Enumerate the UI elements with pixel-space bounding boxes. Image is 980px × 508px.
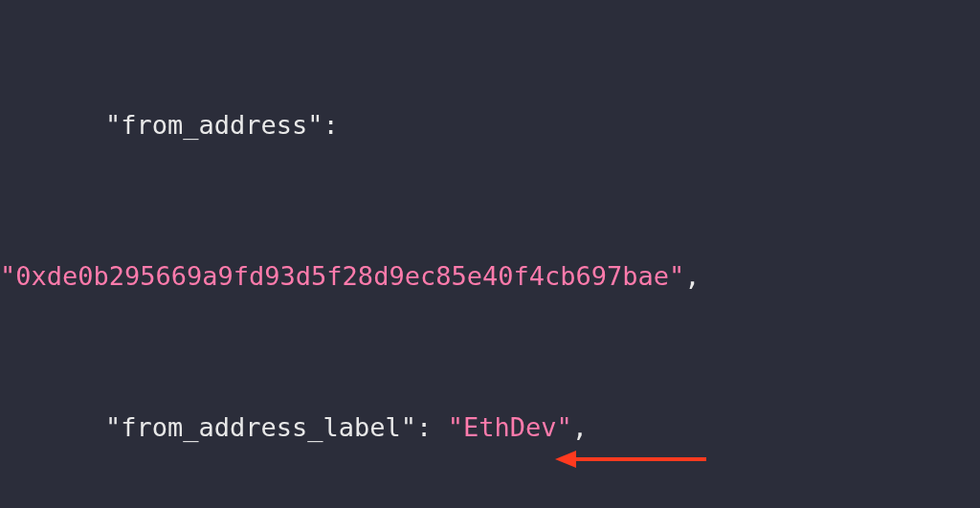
code-line: "from_address": [0, 100, 980, 151]
colon: : [323, 110, 339, 140]
arrow-annotation-icon [555, 448, 708, 471]
json-code-block: "from_address": "0xde0b295669a9fd93d5f28… [0, 0, 980, 508]
json-string: "0xde0b295669a9fd93d5f28d9ec85e40f4cb697… [0, 261, 684, 291]
svg-marker-1 [555, 451, 576, 468]
comma: , [572, 412, 588, 442]
json-key: "from_address_label" [105, 412, 416, 442]
code-line: "0xde0b295669a9fd93d5f28d9ec85e40f4cb697… [0, 252, 980, 302]
json-string: "EthDev" [448, 412, 572, 442]
colon: : [416, 412, 448, 442]
comma: , [684, 261, 700, 291]
code-line: "from_address_label": "EthDev", [0, 403, 980, 453]
json-key: "from_address" [105, 110, 323, 140]
